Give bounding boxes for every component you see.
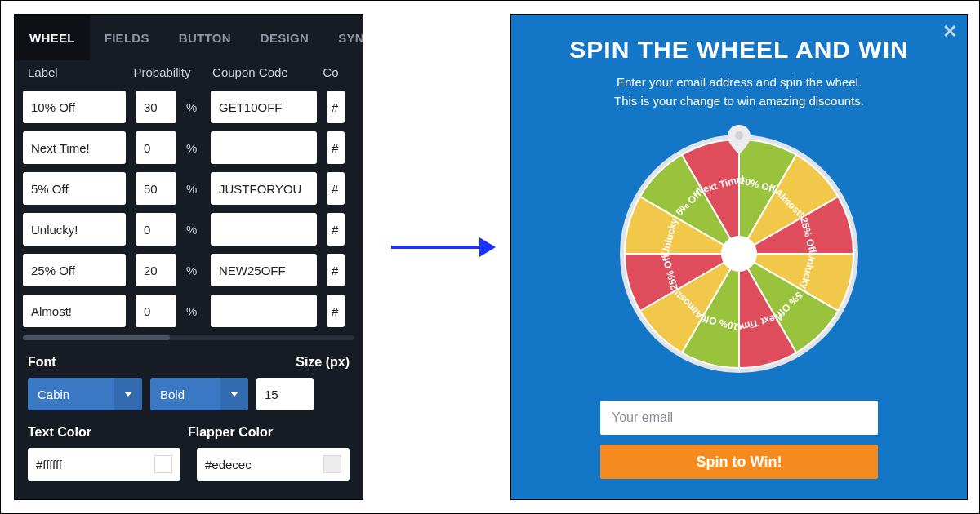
text-color-input[interactable] [28, 448, 142, 481]
close-icon[interactable]: ✕ [942, 21, 957, 42]
percent-sign: % [186, 264, 201, 277]
probability-input[interactable] [136, 213, 176, 246]
popup-subtitle: Enter your email address and spin the wh… [511, 73, 967, 110]
color-input[interactable] [327, 131, 345, 164]
email-input[interactable] [600, 401, 878, 435]
text-color-field[interactable] [28, 448, 180, 481]
probability-input[interactable] [136, 254, 176, 286]
coupon-input[interactable] [211, 254, 317, 286]
preview-popup: ✕ SPIN THE WHEEL AND WIN Enter your emai… [510, 14, 968, 500]
table-row: % [23, 295, 354, 327]
tab-button[interactable]: BUTTON [164, 15, 246, 60]
font-label: Font [28, 355, 56, 370]
header-coupon: Coupon Code [212, 65, 323, 79]
coupon-input[interactable] [211, 295, 317, 327]
color-input[interactable] [327, 91, 345, 123]
wheel-svg: 10% OffAlmost!25% OffUnlucky!5% OffNext … [617, 131, 862, 376]
label-input[interactable] [23, 172, 126, 205]
label-input[interactable] [23, 131, 126, 164]
wheel-pointer-icon [728, 125, 751, 157]
spin-button[interactable]: Spin to Win! [600, 445, 878, 479]
probability-input[interactable] [136, 172, 176, 205]
svg-point-14 [735, 131, 743, 140]
color-input[interactable] [327, 254, 345, 286]
label-input[interactable] [23, 295, 126, 327]
percent-sign: % [186, 182, 201, 196]
color-input[interactable] [327, 172, 345, 205]
flapper-color-input[interactable] [197, 448, 311, 481]
horizontal-scrollbar[interactable] [23, 335, 354, 340]
weight-select[interactable]: Bold [150, 378, 248, 410]
tab-wheel[interactable]: WHEEL [15, 15, 90, 60]
coupon-input[interactable] [211, 172, 317, 205]
color-input[interactable] [327, 295, 345, 327]
table-row: % [23, 131, 354, 164]
table-row: % [23, 254, 354, 286]
probability-input[interactable] [136, 131, 176, 164]
coupon-input[interactable] [211, 213, 317, 246]
chevron-down-icon [220, 378, 248, 410]
flapper-color-field[interactable] [197, 448, 350, 481]
tab-sync[interactable]: SYNC [323, 15, 363, 60]
label-input[interactable] [23, 254, 126, 286]
percent-sign: % [186, 223, 201, 237]
header-label: Label [23, 65, 133, 79]
percent-sign: % [186, 141, 201, 155]
chevron-down-icon [114, 378, 142, 410]
label-input[interactable] [23, 213, 126, 246]
header-prob: Probability [133, 65, 212, 79]
percent-sign: % [186, 304, 201, 318]
probability-input[interactable] [136, 295, 176, 327]
color-swatch[interactable] [154, 455, 172, 473]
label-input[interactable] [23, 91, 126, 123]
popup-title: SPIN THE WHEEL AND WIN [511, 36, 967, 64]
coupon-input[interactable] [211, 91, 317, 123]
header-color: Co [323, 65, 354, 79]
tab-fields[interactable]: FIELDS [90, 15, 164, 60]
font-select-value: Cabin [38, 388, 69, 401]
font-select[interactable]: Cabin [28, 378, 142, 410]
textcolor-label: Text Color [28, 425, 91, 440]
tab-design[interactable]: DESIGN [246, 15, 323, 60]
weight-select-value: Bold [160, 388, 185, 401]
color-input[interactable] [327, 213, 345, 246]
table-row: % [23, 213, 354, 246]
table-row: % [23, 91, 354, 123]
percent-sign: % [186, 100, 201, 114]
probability-input[interactable] [136, 91, 176, 123]
size-label: Size (px) [296, 355, 350, 370]
size-input[interactable] [256, 378, 314, 410]
column-headers: Label Probability Coupon Code Co [15, 60, 363, 82]
color-swatch[interactable] [323, 455, 341, 473]
table-row: % [23, 172, 354, 205]
svg-point-13 [721, 236, 757, 272]
tabs: WHEEL FIELDS BUTTON DESIGN SYNC [15, 15, 363, 60]
rows: % % % % [15, 91, 363, 327]
flapper-label: Flapper Color [188, 425, 273, 440]
coupon-input[interactable] [211, 131, 317, 164]
arrow-icon [391, 246, 484, 249]
config-panel: WHEEL FIELDS BUTTON DESIGN SYNC Label Pr… [14, 14, 363, 500]
prize-wheel: 10% OffAlmost!25% OffUnlucky!5% OffNext … [617, 131, 862, 376]
